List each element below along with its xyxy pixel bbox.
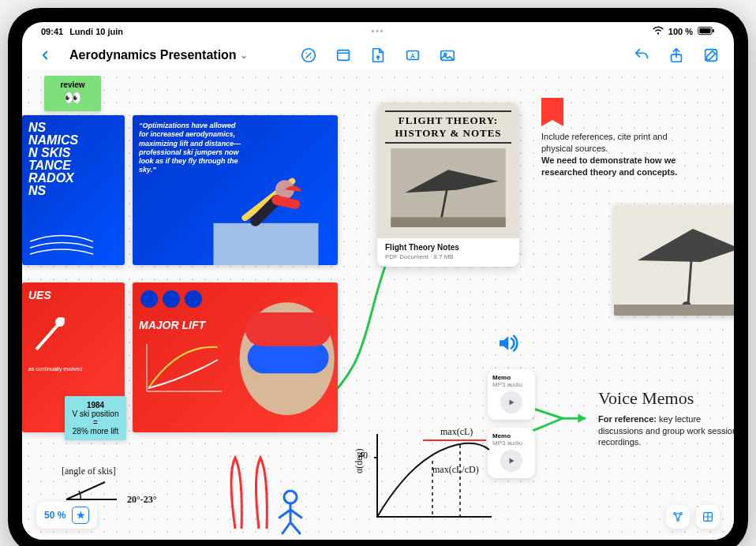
audio-title: Memo [492, 432, 530, 439]
undo-button[interactable] [631, 45, 652, 65]
compose-button[interactable] [701, 45, 721, 65]
attachment-meta: PDF Document · 8.7 MB [385, 253, 511, 260]
handwriting-value: 20°-23° [127, 494, 157, 505]
slide-red-majorlift[interactable]: MAJOR LIFT [133, 282, 338, 432]
svg-rect-1 [699, 28, 710, 33]
share-button[interactable] [666, 45, 687, 65]
photo-glider[interactable] [614, 205, 734, 316]
sticky-line: = [71, 418, 120, 427]
sticky-line: 1984 [71, 401, 120, 410]
svg-point-37 [677, 519, 679, 522]
audio-title: Memo [492, 374, 530, 381]
slide-text: TANCE [28, 159, 118, 172]
canvas-utility-buttons [666, 505, 720, 529]
slide-caption: as continually evolved [28, 366, 118, 372]
attachment-flight-theory[interactable]: FLIGHT THEORY: HISTORY & NOTES Flight Th… [377, 103, 519, 267]
svg-point-19 [55, 317, 65, 327]
audio-memo-1[interactable]: Memo MP3 audio [488, 369, 535, 420]
slide-title: UES [28, 289, 118, 301]
grid-toggle-button[interactable] [696, 505, 720, 529]
svg-point-30 [284, 491, 297, 503]
ipad-frame: 09:41 Lundi 10 juin ••• 100 % [8, 8, 748, 546]
multitask-handle[interactable]: ••• [372, 27, 385, 36]
sticky-note-1984[interactable]: 1984 V ski position = 28% more lift [65, 396, 126, 440]
svg-rect-17 [214, 223, 319, 265]
svg-marker-16 [578, 413, 586, 423]
back-button[interactable] [35, 45, 55, 65]
reference-text: Include references, cite print and physi… [541, 132, 668, 153]
reference-text-bold: We need to demonstrate how we researched… [541, 155, 691, 178]
battery-icon [698, 26, 715, 37]
glider-photo-illustration [614, 205, 734, 316]
voice-memos-body: For reference: For reference: key lectur… [598, 413, 734, 449]
angle-sketch-icon [62, 477, 125, 503]
battery-percent: 100 % [668, 27, 693, 36]
status-bar: 09:41 Lundi 10 juin ••• 100 % [22, 22, 734, 39]
reference-note-block[interactable]: Include references, cite print and physi… [541, 131, 691, 178]
slide-text: RADOX [28, 172, 118, 185]
attachment-name: Flight Theory Notes [385, 243, 511, 252]
voice-memos-block[interactable]: Voice Memos For reference: For reference… [598, 387, 734, 448]
slide-quote-skijumper[interactable]: “Optimizations have allowed for increase… [133, 115, 338, 265]
svg-rect-4 [338, 50, 350, 60]
slide-text: NAMICS [28, 134, 118, 147]
svg-rect-22 [245, 312, 331, 346]
airflow-icon [30, 234, 93, 257]
sticky-line: V ski position [71, 410, 120, 418]
app-toolbar: Aerodynamics Presentation ⌄ A [22, 39, 734, 71]
thumb-row [140, 290, 202, 308]
zoom-control[interactable]: 50 % ★ [36, 502, 97, 529]
insert-file-button[interactable] [368, 45, 388, 65]
attachment-thumb-title: FLIGHT THEORY: HISTORY & NOTES [385, 110, 511, 144]
voice-memos-heading: Voice Memos [598, 387, 734, 410]
svg-text:A: A [410, 52, 415, 59]
svg-rect-2 [713, 29, 714, 32]
audio-subtitle: MP3 audio [492, 381, 530, 388]
slide-text: N SKIS [28, 147, 118, 159]
navigator-button[interactable] [666, 505, 690, 529]
sticky-line: 28% more lift [71, 427, 120, 436]
sticky-note-review[interactable]: review 👀 [44, 76, 101, 111]
document-title-text: Aerodynamics Presentation [69, 48, 237, 62]
slide-text: NS [28, 122, 118, 134]
status-date: Lundi 10 juin [69, 27, 123, 36]
document-title[interactable]: Aerodynamics Presentation ⌄ [69, 48, 248, 62]
speaker-icon [494, 331, 521, 358]
graph-maxcl-label: max(cL) [440, 426, 473, 438]
insert-media-button[interactable] [437, 45, 458, 65]
sticky-review-label: review [51, 80, 95, 89]
svg-rect-27 [614, 305, 734, 316]
sticky-note-button[interactable] [333, 45, 354, 65]
wifi-icon [653, 25, 664, 38]
freeform-canvas[interactable]: review 👀 NS NAMICS N SKIS TANCE RADOX NS… [22, 71, 734, 540]
slide-blue-aerodynamics[interactable]: NS NAMICS N SKIS TANCE RADOX NS [22, 115, 125, 265]
svg-point-36 [680, 513, 683, 515]
play-icon[interactable] [500, 450, 522, 472]
sketch-v-skier[interactable] [204, 450, 314, 537]
svg-rect-21 [248, 342, 329, 374]
zoom-value: 50 % [44, 510, 65, 521]
skijumper-illustration [194, 160, 338, 265]
attachment-thumbnail: FLIGHT THEORY: HISTORY & NOTES [377, 103, 519, 238]
play-icon[interactable] [500, 391, 522, 413]
chevron-down-icon: ⌄ [240, 50, 248, 61]
svg-rect-24 [391, 217, 505, 227]
sketch-alpha-graph[interactable]: α(deg) 40 max(cL) max(cL/cD) [354, 426, 496, 532]
graph-tick-label: 40 [358, 450, 368, 462]
svg-marker-28 [510, 400, 515, 406]
eyes-icon: 👀 [51, 89, 95, 107]
bookmark-icon [541, 98, 563, 126]
goggle-athlete-illustration [225, 297, 338, 432]
graph-maxclcd-label: max(cL/cD) [432, 464, 479, 476]
favorite-toggle[interactable]: ★ [72, 507, 89, 524]
status-time: 09:41 [41, 27, 63, 36]
glider-engraving-icon [389, 148, 507, 227]
pen-tool-button[interactable] [298, 45, 319, 65]
audio-subtitle: MP3 audio [492, 439, 530, 447]
text-box-button[interactable]: A [402, 45, 423, 65]
app-screen: 09:41 Lundi 10 juin ••• 100 % [22, 22, 734, 540]
skijumper-small-icon [28, 306, 76, 361]
lift-graph-icon [139, 336, 226, 399]
handwriting-angle[interactable]: [angle of skis] 20°-23° [62, 466, 157, 506]
slide-text: NS [28, 185, 118, 197]
